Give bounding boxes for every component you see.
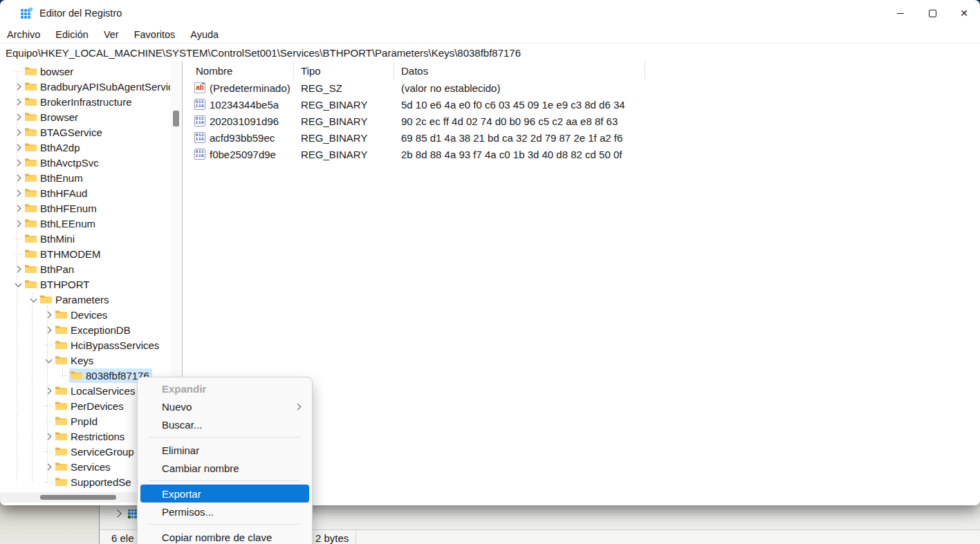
chevron-right-icon[interactable] <box>44 311 51 318</box>
context-menu-item-label: Eliminar <box>162 444 199 456</box>
chevron-right-icon[interactable] <box>44 433 51 440</box>
background-tree-row[interactable] <box>100 506 137 521</box>
computer-icon <box>128 509 137 518</box>
string-value-icon: ab” <box>194 82 205 93</box>
chevron-down-icon[interactable] <box>15 280 21 287</box>
tree-stub-line <box>45 406 53 406</box>
chevron-right-icon[interactable] <box>14 220 21 227</box>
folder-icon <box>70 371 82 380</box>
menubar: ArchivoEdiciónVerFavoritosAyuda <box>0 26 980 43</box>
tree-item-parameters[interactable]: Parameters <box>0 292 172 307</box>
tree-item-bthport[interactable]: BTHPORT <box>0 276 172 292</box>
horizontal-scrollbar-thumb[interactable] <box>40 495 116 500</box>
context-menu-item-eliminar[interactable]: Eliminar <box>140 441 309 459</box>
binary-value-icon: 011110 <box>194 99 205 110</box>
tree-item-brokerinfrastructure[interactable]: BrokerInfrastructure <box>0 94 172 109</box>
registry-path: Equipo\HKEY_LOCAL_MACHINE\SYSTEM\Control… <box>6 47 521 59</box>
tree-stub-line <box>15 254 22 254</box>
chevron-down-icon[interactable] <box>45 356 52 363</box>
binary-value-icon: 011110 <box>194 115 205 126</box>
context-menu-item-cambiar-nombre[interactable]: Cambiar nombre <box>140 459 309 477</box>
tree-stub-line <box>45 451 53 452</box>
tree-item-bthleenum[interactable]: BthLEEnum <box>0 216 172 231</box>
value-row-acfd93bb59ec[interactable]: 011110acfd93bb59ecREG_BINARY69 85 d1 4a … <box>187 129 980 146</box>
value-type: REG_BINARY <box>301 99 367 111</box>
tree-item-bthpan[interactable]: BthPan <box>0 261 172 276</box>
menu-favoritos[interactable]: Favoritos <box>127 26 183 43</box>
menu-edici-n[interactable]: Edición <box>48 26 96 43</box>
tree-stub-line <box>45 421 53 422</box>
chevron-right-icon[interactable] <box>14 205 21 212</box>
titlebar[interactable]: Editor del Registro ✕ <box>0 0 980 26</box>
chevron-right-icon[interactable] <box>44 387 51 394</box>
chevron-down-icon[interactable] <box>30 295 37 302</box>
tree-item-bradburyapisubagentservic[interactable]: BradburyAPISubAgentServic <box>0 79 172 94</box>
tree-item-bthhfaud[interactable]: BthHFAud <box>0 185 172 200</box>
tree-item-exceptiondb[interactable]: ExceptionDB <box>0 322 172 337</box>
value-data-cell: 69 85 d1 4a 38 21 bd ca 32 2d 79 87 2e 1… <box>394 129 980 146</box>
close-button[interactable]: ✕ <box>948 0 980 26</box>
value-data: (valor no establecido) <box>401 82 500 94</box>
chevron-right-icon[interactable] <box>14 98 21 105</box>
tree-item-bthhfenum[interactable]: BthHFEnum <box>0 200 172 216</box>
column-header-nombre[interactable]: Nombre <box>187 62 294 79</box>
context-menu-item-label: Nuevo <box>162 401 192 413</box>
value-row-10234344be5a[interactable]: 01111010234344be5aREG_BINARY5d 10 e6 4a … <box>187 96 980 113</box>
context-menu-item-copiar-nombre-de-clave[interactable]: Copiar nombre de clave <box>140 528 309 544</box>
value-row-202031091d96[interactable]: 011110202031091d96REG_BINARY90 2c ec ff … <box>187 113 980 129</box>
chevron-right-icon[interactable] <box>14 113 21 120</box>
tree-item-btagservice[interactable]: BTAGService <box>0 124 172 140</box>
tree-item-devices[interactable]: Devices <box>0 307 172 322</box>
tree-item-bthmodem[interactable]: BTHMODEM <box>0 246 172 261</box>
chevron-right-icon[interactable] <box>14 83 21 90</box>
context-menu-item-label: Buscar... <box>162 419 202 431</box>
chevron-right-icon[interactable] <box>14 189 21 196</box>
chevron-right-icon[interactable] <box>14 144 21 151</box>
context-menu-item-permisos[interactable]: Permisos... <box>140 503 309 520</box>
maximize-button[interactable] <box>916 0 948 26</box>
folder-icon <box>39 294 52 304</box>
tree-item-label: BthLEEnum <box>40 218 95 229</box>
folder-icon <box>55 401 67 411</box>
tree-item-keys[interactable]: Keys <box>0 353 172 368</box>
context-menu-item-exportar[interactable]: Exportar <box>140 485 309 503</box>
tree-item-hcibypassservices[interactable]: HciBypassServices <box>0 337 172 353</box>
tree-item-bthenum[interactable]: BthEnum <box>0 170 172 185</box>
chevron-right-icon[interactable] <box>44 326 51 333</box>
tree-item-label: Devices <box>71 309 107 321</box>
value-type: REG_BINARY <box>301 149 367 160</box>
tree-item-bowser[interactable]: bowser <box>0 64 172 79</box>
folder-icon <box>55 325 67 335</box>
column-header-tipo[interactable]: Tipo <box>294 62 394 79</box>
chevron-right-icon[interactable] <box>14 265 21 272</box>
address-bar[interactable]: Equipo\HKEY_LOCAL_MACHINE\SYSTEM\Control… <box>0 43 980 62</box>
context-menu-item-nuevo[interactable]: Nuevo <box>140 397 309 415</box>
value-name-cell: 01111010234344be5a <box>187 96 294 113</box>
chevron-right-icon[interactable] <box>14 129 21 135</box>
folder-icon <box>24 249 37 259</box>
chevron-right-icon[interactable] <box>14 159 21 166</box>
minimize-button[interactable] <box>885 0 916 26</box>
folder-icon <box>24 82 37 91</box>
menu-ayuda[interactable]: Ayuda <box>183 26 226 43</box>
column-header-datos[interactable]: Datos <box>394 62 645 79</box>
folder-icon <box>24 127 37 137</box>
menu-ver[interactable]: Ver <box>96 26 127 43</box>
value-row-predeterminado[interactable]: ab”(Predeterminado)REG_SZ(valor no estab… <box>187 79 980 96</box>
value-row-f0be25097d9e[interactable]: 011110f0be25097d9eREG_BINARY2b 8d 88 4a … <box>187 146 980 162</box>
context-menu-item-label: Expandir <box>162 383 206 395</box>
tree-item-bthavctpsvc[interactable]: BthAvctpSvc <box>0 155 172 170</box>
tree-item-browser[interactable]: Browser <box>0 109 172 124</box>
chevron-right-icon[interactable] <box>14 174 21 181</box>
tree-stub-line <box>60 375 68 376</box>
context-menu-item-buscar[interactable]: Buscar... <box>140 415 309 433</box>
menu-archivo[interactable]: Archivo <box>0 26 48 43</box>
minimize-icon <box>897 13 904 14</box>
folder-icon <box>24 203 37 213</box>
chevron-right-icon[interactable] <box>113 509 121 517</box>
tree-item-bthmini[interactable]: BthMini <box>0 231 172 246</box>
tree-item-btha2dp[interactable]: BthA2dp <box>0 140 172 155</box>
vertical-scrollbar-thumb[interactable] <box>173 111 179 126</box>
chevron-right-icon[interactable] <box>44 463 51 470</box>
folder-icon <box>24 142 37 152</box>
